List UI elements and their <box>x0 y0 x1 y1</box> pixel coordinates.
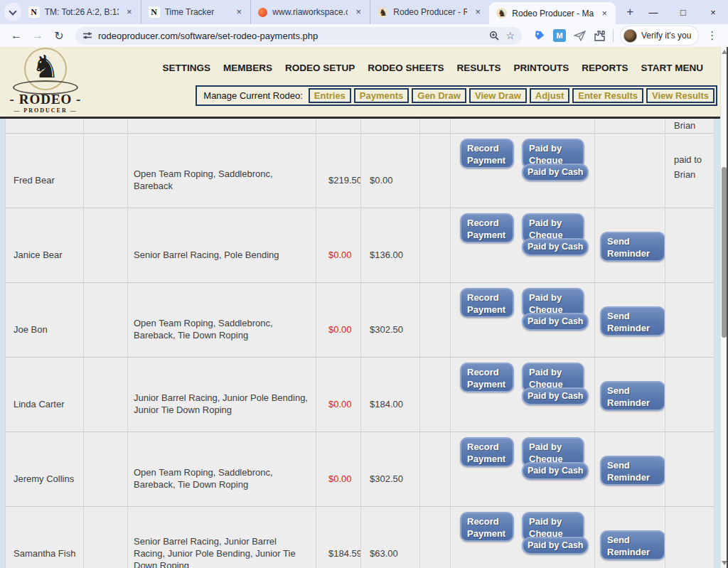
forward-button[interactable]: → <box>28 26 47 45</box>
close-icon[interactable]: × <box>472 6 483 18</box>
nav-reports[interactable]: REPORTS <box>582 63 628 73</box>
new-tab-button[interactable]: + <box>621 3 638 21</box>
extensions-puzzle-icon[interactable] <box>593 29 606 42</box>
paid-by-cash-button[interactable]: Paid by Cash <box>522 238 589 256</box>
window-controls: — □ × <box>638 0 728 24</box>
tab-title: www.riaworkspace.com: <box>272 7 348 17</box>
rodeo-horse-icon: ♞ <box>378 7 388 18</box>
amount-owing: $63.00 <box>370 548 398 559</box>
site-info-icon[interactable] <box>82 31 92 41</box>
paid-by-cash-button[interactable]: Paid by Cash <box>522 462 589 480</box>
back-button[interactable]: ← <box>7 26 26 45</box>
browser-toolbar: ← → ↻ rodeoproducer.com/software/set-rod… <box>0 24 728 47</box>
manage-bar-label: Manage Current Rodeo: <box>197 87 306 105</box>
url-text[interactable]: rodeoproducer.com/software/set-rodeo-pay… <box>98 31 483 41</box>
contestant-name: Samantha Fish <box>14 548 75 559</box>
tab-rodeo-producer[interactable]: ♞ Rodeo Producer - Rodeo × <box>370 0 489 24</box>
scrollbar-thumb[interactable] <box>722 167 727 338</box>
record-payment-button[interactable]: Record Payment <box>460 512 514 542</box>
nav-rodeo-sheets[interactable]: RODEO SHEETS <box>368 63 444 73</box>
nav-printouts[interactable]: PRINTOUTS <box>513 63 569 73</box>
close-icon[interactable]: × <box>233 6 245 18</box>
payments-table: Brian Fred Bear Open Team Roping, Saddle… <box>5 119 714 568</box>
nav-start-menu[interactable]: START MENU <box>641 63 704 73</box>
profile-label: Verify it's you <box>641 31 691 41</box>
nav-members[interactable]: MEMBERS <box>223 63 272 73</box>
toolbar-divider <box>613 29 614 42</box>
send-reminder-button[interactable]: Send Reminder <box>600 456 665 486</box>
zoom-icon[interactable] <box>489 31 500 41</box>
amount-paid: $0.00 <box>328 250 352 260</box>
minimize-button[interactable]: — <box>638 7 668 18</box>
close-icon[interactable]: × <box>353 6 364 18</box>
events-list: Senior Barrel Racing, Pole Bending <box>134 249 279 261</box>
entries-button[interactable]: Entries <box>309 88 351 103</box>
maximize-button[interactable]: □ <box>668 7 698 18</box>
payment-note: paid to Brian <box>674 154 702 180</box>
amount-paid: $0.00 <box>328 473 352 484</box>
tag-extension-icon[interactable] <box>533 29 546 42</box>
contestant-name: Fred Bear <box>14 175 55 186</box>
rodeo-horse-icon: ♞ <box>496 8 507 18</box>
close-icon[interactable]: × <box>124 6 135 18</box>
contestant-name: Janice Bear <box>14 250 63 260</box>
record-payment-button[interactable]: Record Payment <box>460 363 514 392</box>
address-bar[interactable]: rodeoproducer.com/software/set-rodeo-pay… <box>75 27 522 45</box>
events-list: Open Team Roping, Saddlebronc, Bareback,… <box>134 317 309 341</box>
m-extension-icon[interactable]: M <box>553 29 566 42</box>
tab-search-button[interactable] <box>4 3 21 21</box>
tab-riaworkspace[interactable]: www.riaworkspace.com: × <box>250 0 370 24</box>
send-reminder-button[interactable]: Send Reminder <box>600 530 665 560</box>
table-row: Linda Carter Junior Barrel Racing, Junio… <box>6 358 714 432</box>
nav-results[interactable]: RESULTS <box>456 63 500 73</box>
contestant-name: Linda Carter <box>14 399 65 409</box>
tab-title: TM: Tot:26 A:2, B:13, C:10 <box>45 7 119 17</box>
enter-results-button[interactable]: Enter Results <box>572 88 643 103</box>
close-icon[interactable]: × <box>599 8 610 19</box>
paid-by-stack: Paid by Cheque Paid by Cash <box>522 139 589 181</box>
paid-by-cash-button[interactable]: Paid by Cash <box>522 537 589 554</box>
profile-chip[interactable]: Verify it's you <box>621 26 698 45</box>
nav-settings[interactable]: SETTINGS <box>162 63 210 73</box>
adjust-button[interactable]: Adjust <box>530 88 569 103</box>
amount-paid: $184.59 <box>328 548 361 559</box>
reload-button[interactable]: ↻ <box>50 26 68 45</box>
browser-window: N TM: Tot:26 A:2, B:13, C:10 × N Time Tr… <box>0 0 728 568</box>
tab-tm[interactable]: N TM: Tot:26 A:2, B:13, C:10 × <box>21 0 141 24</box>
nav-rodeo-setup[interactable]: RODEO SETUP <box>285 63 355 73</box>
events-list: Open Team Roping, Saddlebronc, Bareback <box>134 168 309 192</box>
site-header: ♞ - RODEO - — PRODUCER — SETTINGS MEMBER… <box>0 47 720 117</box>
record-payment-button[interactable]: Record Payment <box>460 437 514 467</box>
record-payment-button[interactable]: Record Payment <box>460 139 514 168</box>
logo-title: - RODEO - <box>7 92 84 107</box>
send-reminder-button[interactable]: Send Reminder <box>600 381 665 411</box>
view-draw-button[interactable]: View Draw <box>469 88 527 103</box>
paid-by-cash-button[interactable]: Paid by Cash <box>522 313 589 331</box>
send-reminder-button[interactable]: Send Reminder <box>600 306 665 336</box>
tab-rodeo-producer-active[interactable]: ♞ Rodeo Producer - Manag × <box>489 2 616 24</box>
bookmark-star-icon[interactable]: ☆ <box>505 30 515 41</box>
table-row: Joe Bon Open Team Roping, Saddlebronc, B… <box>6 283 714 358</box>
logo-subtitle: — PRODUCER — <box>7 107 84 114</box>
payments-button[interactable]: Payments <box>354 88 409 103</box>
browser-menu-icon[interactable]: ⋮ <box>707 29 717 42</box>
main-nav: SETTINGS MEMBERS RODEO SETUP RODEO SHEET… <box>162 63 703 73</box>
paid-by-cash-button[interactable]: Paid by Cash <box>522 387 589 405</box>
amount-owing: $136.00 <box>370 250 403 260</box>
record-payment-button[interactable]: Record Payment <box>460 213 514 243</box>
paid-by-stack: Paid by Cheque Paid by Cash <box>522 512 589 554</box>
send-reminder-button[interactable]: Send Reminder <box>600 232 665 262</box>
gen-draw-button[interactable]: Gen Draw <box>412 88 466 103</box>
tab-time-tracker[interactable]: N Time Tracker × <box>141 0 251 24</box>
amount-owing: $0.00 <box>370 175 393 186</box>
view-results-button[interactable]: View Results <box>646 88 714 103</box>
close-window-button[interactable]: × <box>698 7 728 18</box>
paid-by-cash-button[interactable]: Paid by Cash <box>522 164 589 181</box>
left-gutter <box>0 119 5 568</box>
table-row: Samantha Fish Senior Barrel Racing, Juni… <box>6 507 714 568</box>
paid-by-stack: Paid by Cheque Paid by Cash <box>522 213 589 256</box>
send-extension-icon[interactable] <box>573 29 586 42</box>
table-row-partial: Brian <box>6 119 714 134</box>
contestant-name: Jeremy Collins <box>14 473 74 484</box>
record-payment-button[interactable]: Record Payment <box>460 288 514 318</box>
